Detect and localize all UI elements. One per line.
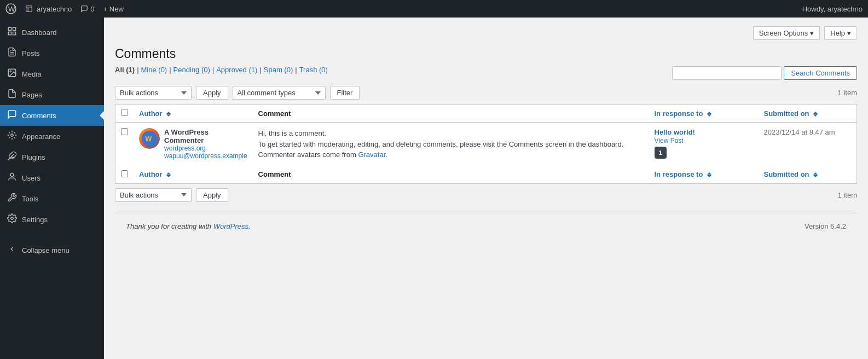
sidebar-item-comments[interactable]: Comments [0, 105, 104, 126]
sidebar-label-media: Media [22, 70, 41, 78]
screen-options-button[interactable]: Screen Options ▾ [753, 26, 820, 40]
plugins-icon [7, 151, 18, 163]
col-comment-header: Comment [253, 105, 649, 123]
col-submitted-header[interactable]: Submitted on [759, 105, 857, 123]
adminbar-new[interactable]: + New [103, 5, 124, 13]
main-content: Screen Options ▾ Help ▾ Comments All (1)… [104, 18, 868, 359]
page-title: Comments [115, 47, 857, 61]
submitted-sort-arrows [813, 112, 818, 117]
svg-text:W: W [145, 135, 152, 143]
table-row: W A WordPress Commenter wordpress.org wa… [115, 123, 857, 166]
sidebar-label-users: Users [22, 174, 40, 182]
sidebar-label-plugins: Plugins [22, 153, 45, 161]
chevron-down-icon-help: ▾ [847, 29, 851, 37]
svg-rect-6 [13, 32, 16, 35]
wordpress-link[interactable]: WordPress [213, 222, 248, 230]
search-comments-button[interactable]: Search Comments [784, 66, 857, 80]
wp-logo-icon[interactable]: W [5, 3, 16, 14]
tablenav-bottom: Bulk actions Apply 1 item [115, 188, 857, 202]
search-input[interactable] [672, 66, 782, 80]
users-icon [7, 172, 18, 184]
comment-badge[interactable]: 1 [655, 147, 667, 159]
filter-mine[interactable]: Mine (0) [141, 66, 167, 74]
collapse-icon [7, 245, 18, 255]
item-count-top: 1 item [838, 89, 857, 97]
sidebar-label-comments: Comments [22, 112, 56, 120]
filter-trash[interactable]: Trash (0) [299, 66, 328, 74]
col-author-header[interactable]: Author [134, 105, 253, 123]
svg-point-14 [10, 173, 14, 176]
comment-text: Hi, this is a comment. To get started wi… [258, 128, 644, 160]
footer-text: Thank you for creating with WordPress. [126, 222, 251, 230]
col-comment-footer: Comment [253, 166, 649, 184]
sidebar-item-users[interactable]: Users [0, 167, 104, 188]
sidebar-item-media[interactable]: Media [0, 63, 104, 84]
filter-links: All (1) | Mine (0) | Pending (0) | Appro… [115, 66, 328, 74]
wp-wrap: Dashboard Posts Media Pages Comments [0, 18, 868, 359]
row-checkbox[interactable] [121, 128, 128, 135]
sidebar-item-settings[interactable]: Settings [0, 209, 104, 230]
sidebar-item-posts[interactable]: Posts [0, 43, 104, 63]
col-submitted-footer[interactable]: Submitted on [759, 166, 857, 184]
sidebar-label-pages: Pages [22, 91, 42, 99]
view-post-link[interactable]: View Post [655, 137, 684, 144]
active-arrow [100, 111, 104, 120]
gravatar-link[interactable]: Gravatar [358, 150, 385, 159]
sidebar-item-tools[interactable]: Tools [0, 188, 104, 209]
sidebar-item-plugins[interactable]: Plugins [0, 147, 104, 167]
row-comment-cell: Hi, this is a comment. To get started wi… [253, 123, 649, 166]
row-submitted-cell: 2023/12/14 at 8:47 am [759, 123, 857, 166]
filter-all[interactable]: All (1) [115, 66, 135, 74]
bulk-actions-select-bottom[interactable]: Bulk actions [115, 188, 192, 202]
svg-point-15 [11, 217, 14, 220]
col-author-footer[interactable]: Author [134, 166, 253, 184]
select-all-footer-checkbox[interactable] [121, 170, 128, 177]
chevron-down-icon: ▾ [810, 29, 814, 37]
filter-spam[interactable]: Spam (0) [264, 66, 293, 74]
comments-icon [7, 109, 18, 121]
author-email-link[interactable]: wapuu@wordpress.example [164, 152, 247, 160]
col-response-footer[interactable]: In response to [649, 166, 759, 184]
row-checkbox-cell [115, 123, 134, 166]
sidebar-label-tools: Tools [22, 195, 38, 203]
author-details: A WordPress Commenter wordpress.org wapu… [164, 128, 247, 160]
screen-options-bar: Screen Options ▾ Help ▾ [115, 26, 857, 40]
author-info: W A WordPress Commenter wordpress.org wa… [139, 128, 247, 160]
sidebar-label-settings: Settings [22, 216, 48, 224]
adminbar-site-name[interactable]: aryatechno [25, 5, 72, 13]
adminbar-comments[interactable]: 0 [80, 5, 94, 13]
svg-rect-5 [8, 32, 11, 35]
svg-point-10 [10, 71, 11, 72]
svg-rect-4 [13, 27, 16, 30]
apply-button-top[interactable]: Apply [196, 86, 228, 100]
sidebar-item-dashboard[interactable]: Dashboard [0, 22, 104, 43]
sidebar-item-collapse[interactable]: Collapse menu [0, 241, 104, 259]
pages-icon [7, 89, 18, 101]
comment-type-select[interactable]: All comment types [233, 86, 326, 100]
author-name: A WordPress Commenter [164, 128, 209, 144]
version-text: Version 6.4.2 [805, 222, 846, 230]
settings-icon [7, 213, 18, 225]
dashboard-icon [7, 26, 18, 38]
search-box: Search Comments [672, 66, 857, 80]
sidebar-item-pages[interactable]: Pages [0, 84, 104, 105]
col-response-header[interactable]: In response to [649, 105, 759, 123]
table-header-row: Author Comment In response to Submitted … [115, 105, 857, 123]
table-footer-row: Author Comment In response to Submitted … [115, 166, 857, 184]
col-cb-footer [115, 166, 134, 184]
apply-button-bottom[interactable]: Apply [196, 188, 228, 202]
author-url-link[interactable]: wordpress.org [164, 144, 247, 152]
filter-approved[interactable]: Approved (1) [216, 66, 257, 74]
select-all-checkbox[interactable] [121, 109, 128, 116]
filter-button[interactable]: Filter [330, 86, 360, 100]
filter-pending[interactable]: Pending (0) [173, 66, 210, 74]
admin-menu: Dashboard Posts Media Pages Comments [0, 18, 104, 359]
sidebar-item-appearance[interactable]: Appearance [0, 126, 104, 147]
tools-icon [7, 193, 18, 205]
help-button[interactable]: Help ▾ [824, 26, 857, 40]
bulk-actions-select-top[interactable]: Bulk actions [115, 86, 192, 100]
comments-table: Author Comment In response to Submitted … [115, 104, 857, 184]
row-response-cell: Hello world! View Post 1 [649, 123, 759, 166]
response-title-link[interactable]: Hello world! [655, 128, 695, 136]
response-sort-arrows-foot [707, 172, 711, 177]
